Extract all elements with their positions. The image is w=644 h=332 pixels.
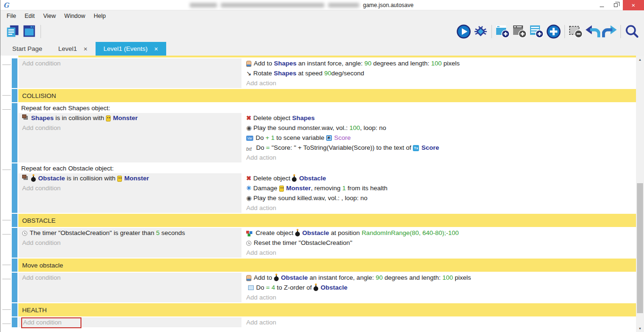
redacted-title-segment: [221, 3, 324, 8]
event-highlight-bar: [12, 259, 17, 272]
comment-row-partial[interactable]: [18, 56, 636, 57]
play-button[interactable]: [455, 23, 472, 40]
project-manager-button[interactable]: [4, 23, 21, 40]
conditions-column: The timer "ObstacleCreation" is greater …: [18, 228, 242, 258]
bomb-icon: [292, 177, 297, 182]
comment-row[interactable]: Move obstacle: [12, 259, 636, 272]
bomb-icon: [314, 286, 318, 291]
action-line[interactable]: ✳Damage Monster, removing 1 from its hea…: [242, 183, 636, 193]
rotate-icon: ↘: [246, 68, 251, 78]
damage-icon: ✳: [246, 183, 251, 193]
toolbar-separator: [564, 25, 565, 38]
add-action-button[interactable]: Add action: [242, 292, 636, 302]
debug-button[interactable]: [472, 23, 489, 40]
tab-level1[interactable]: Level1 ×: [50, 42, 96, 56]
menu-edit[interactable]: Edit: [20, 10, 39, 22]
event-row[interactable]: The timer "ObstacleCreation" is greater …: [12, 228, 636, 258]
event-highlight-bar: [12, 214, 17, 227]
close-button[interactable]: ✕: [623, 0, 644, 10]
add-action-button[interactable]: Add action: [242, 78, 636, 88]
comment-row[interactable]: OBSTACLE: [12, 214, 636, 227]
add-condition-button[interactable]: Add condition: [18, 58, 242, 68]
add-new-event-button[interactable]: [545, 23, 562, 40]
undo-button[interactable]: [584, 23, 601, 40]
add-condition-button[interactable]: Add condition: [18, 183, 242, 193]
condition-line[interactable]: Shapes is in collision with Monster: [18, 113, 242, 123]
add-action-button[interactable]: Add action: [242, 203, 636, 213]
action-line[interactable]: Reset the timer "ObstacleCreation": [242, 238, 636, 248]
add-subevent-button[interactable]: [511, 23, 528, 40]
annotation-highlight: Add condition: [21, 317, 81, 328]
actions-column: Create object Obstacle at position Rando…: [242, 228, 636, 258]
scroll-down-arrow[interactable]: ▼: [636, 324, 644, 332]
search-button[interactable]: [623, 23, 640, 40]
action-line[interactable]: Do + 1 to scene variable Score: [242, 133, 636, 143]
add-action-button[interactable]: Add action: [242, 153, 636, 162]
tab-label: Level1 (Events): [104, 45, 148, 52]
comment-row[interactable]: HEALTH: [12, 303, 636, 316]
scrollbar-track[interactable]: [636, 63, 644, 324]
action-line[interactable]: Do = "Score: " + ToString(Variable(Score…: [242, 143, 636, 153]
add-event-icon: [495, 24, 510, 39]
menu-help[interactable]: Help: [89, 10, 110, 22]
event-row[interactable]: Add conditionAdd to Obstacle an instant …: [12, 273, 636, 302]
tab-start-page[interactable]: Start Page: [4, 42, 50, 56]
add-condition-button[interactable]: Add condition: [18, 238, 242, 248]
title-bar: G game.json.autosave ✕: [0, 0, 644, 10]
condition-line[interactable]: The timer "ObstacleCreation" is greater …: [18, 228, 242, 238]
event-row[interactable]: Add conditionAdd action: [12, 317, 636, 327]
collision-icon: [24, 176, 28, 180]
scenevar-icon: [326, 135, 332, 141]
restore-button[interactable]: [609, 0, 623, 10]
remove-event-button[interactable]: [567, 23, 584, 40]
action-line[interactable]: ↘Rotate Shapes at speed 90deg/second: [242, 68, 636, 78]
event-row[interactable]: Repeat for each Shapes object:Shapes is …: [12, 103, 636, 162]
add-event-button[interactable]: [494, 23, 511, 40]
actions-column: ✖Delete object Obstacle✳Damage Monster, …: [242, 173, 636, 213]
add-condition-button[interactable]: Add condition: [18, 317, 242, 327]
action-line[interactable]: Do = 4 to Z-order of Obstacle: [242, 283, 636, 292]
add-condition-button[interactable]: Add condition: [18, 123, 242, 133]
action-line[interactable]: ✖Delete object Shapes: [242, 113, 636, 123]
remove-event-icon: [568, 24, 583, 39]
actions-column: Add to Shapes an instant force, angle: 9…: [242, 58, 636, 88]
menu-view[interactable]: View: [39, 10, 60, 22]
action-line[interactable]: ✖Delete object Obstacle: [242, 173, 636, 183]
undo-icon: [585, 24, 600, 39]
add-comment-icon: [529, 24, 544, 39]
action-line[interactable]: Add to Obstacle an instant force, angle:…: [242, 273, 636, 283]
scene-editor-button[interactable]: [21, 23, 38, 40]
minimize-icon: [600, 7, 604, 7]
minimize-button[interactable]: [595, 0, 609, 10]
tab-label: Start Page: [12, 45, 42, 52]
event-header: Repeat for each Obstacle object:: [18, 163, 636, 173]
vertical-scrollbar[interactable]: ▲ ▼: [636, 56, 644, 332]
action-line[interactable]: ◉Play the sound killed.wav, vol.: , loop…: [242, 193, 636, 203]
event-row[interactable]: Add conditionAdd to Shapes an instant fo…: [12, 58, 636, 88]
tab-close-icon[interactable]: ×: [84, 46, 88, 52]
tab-close-icon[interactable]: ×: [154, 46, 158, 52]
title-text: game.json.autosave: [363, 2, 413, 8]
add-action-button[interactable]: Add action: [242, 317, 636, 327]
tab-label: Level1: [58, 45, 77, 52]
monster-icon: [106, 115, 111, 121]
scene-editor-icon: [23, 24, 37, 39]
action-line[interactable]: Create object Obstacle at position Rando…: [242, 228, 636, 238]
action-line[interactable]: Add to Shapes an instant force, angle: 9…: [242, 58, 636, 68]
redo-button[interactable]: [601, 23, 618, 40]
tab-level1-events[interactable]: Level1 (Events) ×: [96, 42, 166, 56]
add-condition-button[interactable]: Add condition: [18, 273, 242, 283]
monster-icon: [279, 186, 284, 192]
action-line[interactable]: ◉Play the sound monster.wav, vol.: 100, …: [242, 123, 636, 133]
textobj-icon: [413, 145, 419, 151]
menu-file[interactable]: File: [2, 10, 20, 22]
add-action-button[interactable]: Add action: [242, 248, 636, 258]
scroll-up-arrow[interactable]: ▲: [636, 56, 644, 63]
menu-window[interactable]: Window: [60, 10, 89, 22]
add-comment-button[interactable]: [528, 23, 545, 40]
toolbar-separator: [491, 25, 492, 38]
condition-line[interactable]: Obstacle is in collision with Monster: [18, 173, 242, 183]
scrollbar-thumb[interactable]: [637, 183, 643, 313]
comment-row[interactable]: COLLISION: [12, 89, 636, 102]
event-row[interactable]: Repeat for each Obstacle object:Obstacle…: [12, 163, 636, 213]
